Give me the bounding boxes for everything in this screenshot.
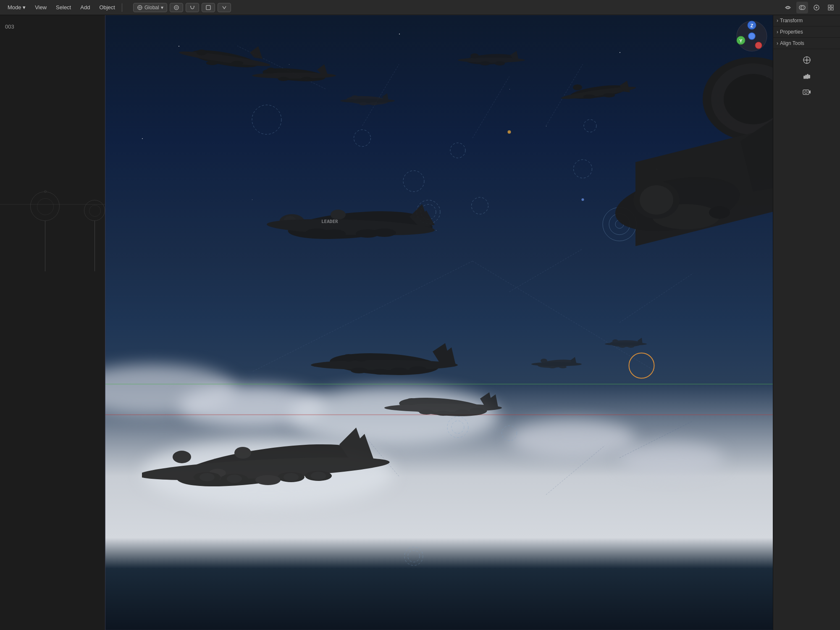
svg-point-163 <box>806 59 808 61</box>
align-tools-label: Align Tools <box>780 40 804 46</box>
camera-icon <box>802 87 811 97</box>
svg-rect-165 <box>807 74 808 79</box>
hand-icon <box>802 71 811 81</box>
transform-arrow: › <box>777 18 778 24</box>
viewport[interactable]: 003 <box>0 15 840 630</box>
svg-rect-16 <box>831 8 833 10</box>
svg-marker-71 <box>250 46 262 59</box>
svg-rect-13 <box>828 5 830 7</box>
svg-point-86 <box>470 53 479 58</box>
svg-rect-7 <box>206 5 210 10</box>
svg-point-69 <box>206 61 218 65</box>
aircraft-foreground-large <box>509 15 803 309</box>
transform-label: Transform <box>780 18 803 24</box>
svg-rect-164 <box>805 75 807 79</box>
gizmo-btn[interactable] <box>811 2 822 13</box>
star <box>399 34 400 34</box>
svg-point-131 <box>234 447 251 459</box>
menu-view[interactable]: View <box>31 3 51 12</box>
svg-point-56 <box>331 210 346 220</box>
svg-point-118 <box>541 359 547 363</box>
menu-add[interactable]: Add <box>76 3 94 12</box>
svg-point-80 <box>351 95 359 100</box>
axis-gizmo: Z Y <box>735 19 769 53</box>
svg-point-4 <box>176 7 177 8</box>
circle-indicator-inner-1 <box>37 198 54 215</box>
gizmo-icon <box>813 4 820 11</box>
svg-point-113 <box>410 366 426 372</box>
svg-point-125 <box>619 345 626 348</box>
align-tools-arrow: › <box>777 40 778 46</box>
svg-text:Z: Z <box>751 23 753 28</box>
proportional-btn[interactable] <box>202 3 215 12</box>
svg-point-8 <box>787 6 789 8</box>
svg-point-81 <box>359 102 368 105</box>
aircraft-distant-1 <box>531 353 582 374</box>
pan-tool[interactable] <box>799 68 814 84</box>
menu-object[interactable]: Object <box>95 3 119 12</box>
properties-label: Properties <box>780 29 803 35</box>
camera-tool[interactable] <box>799 84 814 100</box>
svg-point-87 <box>480 61 490 66</box>
svg-point-75 <box>278 77 289 81</box>
svg-marker-77 <box>317 64 328 75</box>
global-dropdown-arrow: ▾ <box>161 5 163 10</box>
left-panel: 003 <box>0 15 105 630</box>
svg-point-12 <box>816 7 817 8</box>
svg-point-139 <box>284 473 299 481</box>
viewport-shade-btn[interactable] <box>782 2 794 13</box>
svg-rect-15 <box>828 8 830 10</box>
global-label: Global <box>144 5 159 10</box>
sidebar-section-align-tools[interactable]: › Align Tools <box>773 38 840 49</box>
svg-text:LEADER: LEADER <box>321 219 338 224</box>
viewport-overlay-extra[interactable] <box>825 2 837 13</box>
grid-icon <box>827 4 834 11</box>
magnet-btn[interactable] <box>186 3 199 12</box>
menu-mode[interactable]: Mode ▾ <box>3 3 30 12</box>
object-label: 003 <box>5 24 14 30</box>
svg-point-146 <box>405 398 418 405</box>
svg-point-138 <box>227 475 242 483</box>
sidebar-section-properties[interactable]: › Properties <box>773 26 840 38</box>
svg-point-62 <box>373 228 396 237</box>
aircraft-small-1 <box>340 89 395 112</box>
svg-point-137 <box>200 473 215 481</box>
svg-point-103 <box>709 206 730 219</box>
scene-area[interactable]: LEADER <box>105 15 840 630</box>
svg-point-109 <box>354 354 368 362</box>
svg-point-124 <box>612 339 618 343</box>
circle-indicator-2 <box>84 200 105 221</box>
svg-point-88 <box>495 61 505 66</box>
cursor-tool[interactable] <box>799 52 814 68</box>
cloud-4 <box>509 420 635 458</box>
svg-point-110 <box>351 368 368 373</box>
topbar-right <box>782 2 837 13</box>
circle-indicator-inner-2 <box>89 205 101 217</box>
svg-point-150 <box>470 408 484 413</box>
aircraft-leader-lancaster: LEADER <box>267 187 443 263</box>
svg-point-70 <box>231 61 243 65</box>
extras-btn[interactable] <box>218 3 231 12</box>
topbar-center-tools: Global ▾ <box>133 3 231 12</box>
star <box>142 138 143 139</box>
svg-point-159 <box>748 33 755 39</box>
svg-point-108 <box>342 354 355 362</box>
snap-btn[interactable] <box>170 3 183 12</box>
svg-point-147 <box>419 410 433 415</box>
topbar: Mode ▾ View Select Add Object Global ▾ <box>0 0 840 15</box>
svg-point-119 <box>549 366 556 368</box>
svg-point-105 <box>640 185 673 215</box>
svg-point-112 <box>391 368 407 373</box>
snap-icon <box>173 5 179 10</box>
proportional-icon <box>205 5 211 10</box>
sidebar-section-transform[interactable]: › Transform <box>773 15 840 26</box>
transform-icon-btn[interactable]: Global ▾ <box>133 3 167 12</box>
eye-icon <box>785 4 791 11</box>
cloud-5 <box>620 443 724 476</box>
svg-point-60 <box>322 229 346 238</box>
svg-point-120 <box>559 366 567 368</box>
overlay-btn[interactable] <box>796 2 808 13</box>
circle-dot <box>44 190 47 193</box>
svg-point-76 <box>301 77 312 81</box>
menu-select[interactable]: Select <box>52 3 75 12</box>
